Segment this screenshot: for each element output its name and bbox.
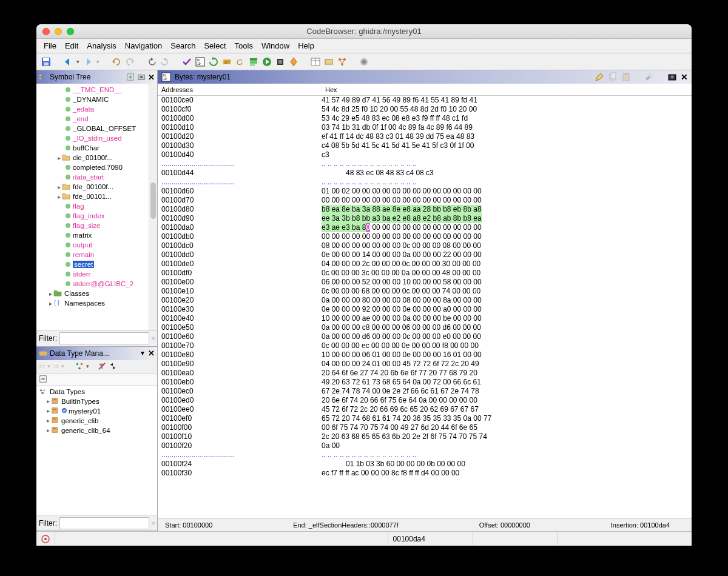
menu-edit[interactable]: Edit bbox=[65, 41, 78, 50]
hex-row[interactable]: 00100d44 48 83 ec 08 48 83 c4 08 c3 bbox=[161, 169, 692, 178]
copy-icon[interactable] bbox=[608, 72, 618, 82]
hex-row[interactable]: 00100e200a 00 00 00 80 00 00 00 08 00 00… bbox=[161, 296, 692, 305]
hex-row[interactable]: 00100e700c 00 00 00 ec 00 00 00 0e 00 00… bbox=[161, 341, 692, 350]
hex-row[interactable]: ...................................... .… bbox=[161, 450, 692, 460]
strings-icon[interactable] bbox=[249, 57, 258, 67]
hex-row[interactable]: 00100ef065 72 20 74 68 61 61 74 20 36 35… bbox=[161, 414, 692, 423]
dtm-tree[interactable]: Data Types▸BuiltInTypes▸mystery01▸generi… bbox=[36, 386, 157, 515]
tree-row[interactable]: __TMC_END__ bbox=[36, 85, 157, 95]
wrench-icon[interactable] bbox=[644, 72, 654, 82]
hex-row[interactable]: 00100e0006 00 00 00 52 00 00 00 10 00 00… bbox=[161, 278, 692, 287]
forward-icon[interactable]: ⇨ bbox=[53, 362, 59, 370]
tree-row[interactable]: matrix bbox=[36, 230, 157, 240]
hex-row[interactable]: 00100e500a 00 00 00 c8 00 00 00 06 00 00… bbox=[161, 323, 692, 332]
hex-row[interactable]: 00100f30ec f7 ff ff ac 00 00 00 8c f8 ff… bbox=[161, 469, 692, 478]
forward-icon[interactable] bbox=[83, 57, 93, 67]
hex-row[interactable]: 00100f0000 6f 75 74 70 75 74 00 49 27 6d… bbox=[161, 423, 692, 432]
hex-row[interactable]: 00100d0053 4c 29 e5 48 83 ec 08 e8 e3 f9… bbox=[161, 114, 692, 123]
menu-search[interactable]: Search bbox=[170, 41, 195, 50]
hex-row[interactable]: 00100d80b8 ea 8e ba 3a 88 ae 8e e8 aa 28… bbox=[161, 205, 692, 214]
redo-icon[interactable] bbox=[125, 57, 135, 67]
symbol-tree[interactable]: __TMC_END___DYNAMIC_edata_end_GLOBAL_OFF… bbox=[36, 84, 157, 330]
hex-row[interactable]: 00100ee045 72 6f 72 2c 20 66 69 6c 65 20… bbox=[161, 405, 692, 414]
close-panel-icon[interactable]: ✕ bbox=[148, 349, 155, 358]
hex-row[interactable]: 00100e9004 00 00 00 24 01 00 00 45 72 72… bbox=[161, 360, 692, 369]
hex-row[interactable]: 00100dd00e 00 00 00 14 00 00 00 0a 00 00… bbox=[161, 250, 692, 260]
tree-row[interactable]: secret bbox=[36, 260, 157, 269]
memory-icon[interactable] bbox=[324, 57, 334, 67]
snapshot-icon[interactable] bbox=[359, 57, 369, 67]
tree-row[interactable]: _end bbox=[36, 114, 157, 124]
hex-row[interactable]: 00100e100c 00 00 00 68 00 00 00 0c 00 00… bbox=[161, 287, 692, 296]
hex-row[interactable]: 00100d40c3 bbox=[161, 150, 692, 159]
tree-row[interactable]: buffChar bbox=[36, 143, 157, 153]
snapshot-icon[interactable] bbox=[137, 73, 146, 81]
tree-row[interactable]: flag_size bbox=[36, 221, 157, 230]
hex-row[interactable]: 00100df00c 00 00 00 3c 00 00 00 0a 00 00… bbox=[161, 269, 692, 278]
hex-row[interactable]: 00100d30c4 08 5b 5d 41 5c 41 5d 41 5e 41… bbox=[161, 141, 692, 150]
menu-analysis[interactable]: Analysis bbox=[87, 41, 116, 50]
save-icon[interactable] bbox=[41, 57, 51, 67]
menu-window[interactable]: Window bbox=[261, 41, 289, 50]
datatype-icon[interactable]: DT bbox=[222, 57, 232, 67]
hex-view[interactable]: 00100ce041 57 49 89 d7 41 56 49 89 f6 41… bbox=[158, 96, 692, 518]
hex-row[interactable]: 00100db000 00 00 00 00 00 00 00 00 00 00… bbox=[161, 232, 692, 241]
tree-row[interactable]: _GLOBAL_OFFSET bbox=[36, 124, 157, 133]
hex-row[interactable]: 00100f24 01 1b 03 3b 60 00 00 00 0b 00 0… bbox=[161, 460, 692, 469]
addresses-column-header[interactable]: Addresses bbox=[158, 86, 322, 93]
snapshot-icon[interactable] bbox=[667, 72, 677, 82]
close-panel-icon[interactable]: ✕ bbox=[148, 73, 155, 82]
filter-clear-icon[interactable] bbox=[152, 518, 155, 528]
tree-row[interactable]: _IO_stdin_used bbox=[36, 133, 157, 143]
back-icon[interactable] bbox=[63, 57, 73, 67]
refresh-icon[interactable] bbox=[209, 57, 218, 67]
hex-row[interactable]: 00100ed020 6e 6f 74 20 66 6f 75 6e 64 0a… bbox=[161, 396, 692, 405]
hex-row[interactable]: ...................................... .… bbox=[161, 159, 692, 169]
hex-row[interactable]: 00100da0e3 ae e3 ba 80 00 00 00 00 00 00… bbox=[161, 223, 692, 232]
tree-row[interactable]: remain bbox=[36, 250, 157, 260]
filter-input[interactable] bbox=[59, 517, 149, 529]
arrows-icon[interactable] bbox=[109, 362, 117, 370]
redo-all-icon[interactable] bbox=[160, 57, 170, 67]
collapse-icon[interactable] bbox=[126, 73, 135, 81]
tree-row[interactable]: _DYNAMIC bbox=[36, 95, 157, 104]
hex-row[interactable]: 00100d20ef 41 ff 14 dc 48 83 c3 01 48 39… bbox=[161, 132, 692, 141]
hex-row[interactable]: 00100f200a 00 bbox=[161, 441, 692, 450]
tree-row[interactable]: stderr@@GLIBC_2 bbox=[36, 279, 157, 289]
hex-column-header[interactable]: Hex bbox=[322, 86, 692, 93]
dropdown-icon[interactable]: ▼ bbox=[140, 350, 146, 357]
target-icon[interactable] bbox=[41, 534, 50, 544]
undo-icon[interactable] bbox=[112, 57, 121, 67]
hex-row[interactable]: 00100d7000 00 00 00 00 00 00 00 00 00 00… bbox=[161, 196, 692, 205]
tree-row[interactable]: output bbox=[36, 240, 157, 250]
hex-row[interactable]: 00100d90ee 3a 3b b8 bb a3 ba e2 e8 a8 e2… bbox=[161, 214, 692, 223]
tree-row[interactable]: completed.7090 bbox=[36, 162, 157, 172]
hex-row[interactable]: 00100ea020 64 6f 6e 27 74 20 6b 6e 6f 77… bbox=[161, 369, 692, 378]
tree-row[interactable]: ▸mystery01 bbox=[36, 406, 157, 416]
hex-row[interactable]: 00100f102c 20 63 68 65 65 63 6b 20 2e 2f… bbox=[161, 432, 692, 441]
tree-row[interactable]: ▸generic_clib bbox=[36, 416, 157, 426]
filter-off-icon[interactable] bbox=[98, 362, 106, 370]
hex-row[interactable]: 00100e4010 00 00 00 ae 00 00 00 0a 00 00… bbox=[161, 314, 692, 323]
hex-row[interactable]: 00100de004 00 00 00 2c 00 00 00 0c 00 00… bbox=[161, 260, 692, 269]
hex-row[interactable]: 00100ce041 57 49 89 d7 41 56 49 89 f6 41… bbox=[161, 96, 692, 105]
function-icon[interactable]: Cf bbox=[235, 57, 245, 67]
tree-row[interactable]: Data Types bbox=[36, 387, 157, 397]
tree-row[interactable]: ▸Classes bbox=[36, 289, 157, 298]
hex-row[interactable]: ...................................... .… bbox=[161, 178, 692, 187]
paste-icon[interactable] bbox=[621, 72, 631, 82]
tree-row[interactable]: flag_index bbox=[36, 211, 157, 221]
tree-icon[interactable] bbox=[75, 362, 84, 370]
edit-icon[interactable] bbox=[595, 72, 604, 82]
hex-row[interactable]: 00100e8010 00 00 00 06 01 00 00 0e 00 00… bbox=[161, 350, 692, 360]
tree-row[interactable]: _edata bbox=[36, 104, 157, 114]
menu-file[interactable]: File bbox=[44, 41, 56, 50]
bookmark-icon[interactable] bbox=[289, 57, 298, 67]
hex-row[interactable]: 00100ec067 2e 74 78 74 00 0e 2e 2f 66 6c… bbox=[161, 387, 692, 396]
tree-row[interactable]: stderr bbox=[36, 269, 157, 279]
undo-all-icon[interactable] bbox=[147, 57, 157, 67]
menu-navigation[interactable]: Navigation bbox=[125, 41, 162, 50]
filter-clear-icon[interactable] bbox=[152, 333, 155, 343]
menu-help[interactable]: Help bbox=[298, 41, 314, 50]
tree-row[interactable]: ▸cie_00100f... bbox=[36, 153, 157, 162]
